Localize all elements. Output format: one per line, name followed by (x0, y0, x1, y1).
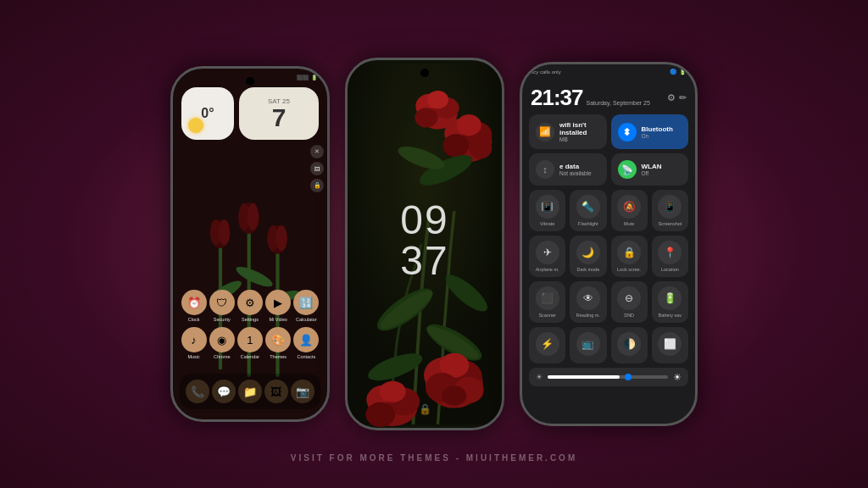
cc-night-icon: 🌓 (617, 332, 641, 356)
cc-airplane-tile[interactable]: ✈ Airplane m. (529, 236, 565, 277)
cc-battery-icon: 🔋 (658, 286, 682, 310)
cc-cast-tile[interactable]: 📺 (570, 327, 606, 363)
dock-phone[interactable]: 📞 (186, 380, 209, 403)
cc-vibrate-tile[interactable]: 📳 Vibrate (529, 190, 565, 231)
cc-flashlight-tile[interactable]: 🔦 Flashlight (570, 190, 606, 231)
cc-edit-icon[interactable]: ✏ (679, 92, 687, 103)
phone-3-screen: ncy calls only 🔵 🔋 21:37 Saturday, Septe… (522, 64, 695, 424)
weather-widget[interactable]: 0° (181, 87, 234, 140)
app-settings-label: Settings (242, 317, 259, 322)
cc-night-tile[interactable]: 🌓 (611, 327, 648, 363)
dock-camera[interactable]: 📷 (291, 380, 314, 403)
app-music[interactable]: ♪ Music (181, 327, 208, 359)
cc-lockscreen-label: Lock scree. (617, 267, 641, 272)
cc-wlan-icon: 📡 (618, 160, 637, 179)
app-settings[interactable]: ⚙ Settings (236, 290, 264, 322)
cc-small-icons-row1: 📳 Vibrate 🔦 Flashlight 🔕 Mute 📱 Screensh… (522, 190, 695, 231)
app-themes-icon: 🎨 (265, 327, 291, 352)
cc-location-tile[interactable]: 📍 Location (652, 236, 688, 277)
dock-gallery[interactable]: 🖼 (264, 380, 288, 403)
cc-mobile-title: e data (559, 163, 600, 170)
clock-number: 7 (272, 105, 287, 130)
cc-reading-icon: 👁 (576, 286, 600, 310)
app-calendar[interactable]: 1 Calendar (236, 327, 264, 359)
app-mivideo-icon: ▶ (265, 290, 291, 315)
phone-1-screen: ⬛⬛ 🔋 0° SAT 25 7 ✕ 🖼 🔒 (173, 69, 327, 419)
app-contacts-label: Contacts (297, 354, 315, 359)
lock-screen-time: 09 37 (400, 200, 448, 281)
brightness-thumb[interactable] (625, 374, 632, 380)
app-row-1: ⏰ Clock 🛡 Security ⚙ Settings ▶ Mi Video (180, 290, 320, 322)
cc-flashlight-icon: 🔦 (576, 195, 600, 219)
cc-wifi-sub: MB (559, 136, 600, 142)
cc-lockscreen-tile[interactable]: 🔒 Lock scree. (611, 236, 648, 277)
cc-darkmode-icon: 🌙 (576, 241, 600, 264)
cc-wifi-tile[interactable]: 📶 wifi isn't installed MB (529, 114, 607, 149)
cc-bt-sub: On (642, 133, 682, 139)
cc-dnd-tile[interactable]: ⊖ DND (611, 281, 648, 323)
app-chrome-label: Chrome (214, 354, 231, 359)
cc-screenshot-tile[interactable]: 📱 Screenshot (652, 190, 688, 231)
app-security-label: Security (214, 317, 231, 322)
cc-settings-icon[interactable]: ⚙ (667, 92, 676, 103)
cc-bolt-icon: ⚡ (536, 332, 559, 356)
edit-icon[interactable]: ✕ (310, 145, 324, 158)
cc-wlan-text: WLAN Off (642, 163, 682, 176)
cc-darkmode-label: Dark mode (576, 267, 599, 272)
cc-bluetooth-tile[interactable]: Bluetooth On (611, 114, 689, 149)
cc-vibrate-label: Vibrate (540, 221, 554, 226)
cc-screen-icon: ⬜ (658, 332, 682, 356)
widgets-area: 0° SAT 25 7 (181, 87, 319, 140)
cc-mobile-tile[interactable]: ↕ e data Not available (529, 153, 607, 186)
status-icons: 🔵 🔋 (670, 69, 687, 75)
cc-flashlight-label: Flashlight (578, 221, 598, 226)
app-music-label: Music (187, 354, 199, 359)
cc-bolt-tile[interactable]: ⚡ (529, 327, 565, 363)
cc-bluetooth-icon (618, 123, 637, 141)
app-security[interactable]: 🛡 Security (209, 290, 236, 322)
phone-2-screen: 09 37 🔒 (348, 60, 502, 428)
cc-screenshot-icon: 📱 (658, 195, 682, 219)
cc-mute-tile[interactable]: 🔕 Mute (611, 190, 648, 231)
app-contacts-icon: 👤 (293, 327, 319, 352)
app-calendar-label: Calendar (241, 354, 259, 359)
app-themes[interactable]: 🎨 Themes (264, 327, 292, 359)
clock-widget[interactable]: SAT 25 7 (239, 87, 319, 140)
phone-1: ⬛⬛ 🔋 0° SAT 25 7 ✕ 🖼 🔒 (170, 66, 330, 422)
cc-location-label: Location (661, 267, 679, 272)
status-bar-phone3: ncy calls only 🔵 🔋 (522, 64, 695, 80)
svg-point-39 (469, 137, 492, 158)
brightness-slider-row: ☀ ☀ (522, 368, 695, 386)
app-music-icon: ♪ (181, 327, 207, 352)
app-security-icon: 🛡 (209, 290, 235, 315)
svg-point-32 (380, 381, 406, 402)
cc-scanner-tile[interactable]: ⬛ Scanner (529, 281, 565, 323)
cc-airplane-icon: ✈ (536, 241, 559, 264)
svg-point-33 (365, 402, 395, 427)
cc-darkmode-tile[interactable]: 🌙 Dark mode (570, 236, 606, 277)
cc-location-icon: 📍 (658, 241, 682, 264)
cc-bt-title: Bluetooth (642, 125, 682, 133)
cc-reading-tile[interactable]: 👁 Reading m. (570, 281, 606, 323)
svg-point-38 (442, 134, 469, 157)
cc-scanner-label: Scanner (538, 313, 556, 318)
app-mivideo[interactable]: ▶ Mi Video (264, 290, 292, 322)
app-contacts[interactable]: 👤 Contacts (292, 327, 320, 359)
brightness-low-icon: ☀ (536, 373, 542, 381)
cc-screen-tile[interactable]: ⬜ (652, 327, 688, 363)
app-clock[interactable]: ⏰ Clock (181, 290, 208, 322)
cc-battery-tile[interactable]: 🔋 Battery sav (652, 281, 688, 323)
dock-messages[interactable]: 💬 (212, 380, 236, 403)
status-calls: ncy calls only (531, 69, 561, 75)
cc-tiles-row2: ↕ e data Not available 📡 WLAN Off (522, 153, 695, 186)
brightness-track (548, 375, 668, 379)
image-icon[interactable]: 🖼 (310, 162, 324, 175)
dock-files[interactable]: 📁 (238, 380, 262, 403)
app-calculator[interactable]: 🔢 Calculator (292, 290, 320, 322)
cc-wlan-tile[interactable]: 📡 WLAN Off (611, 153, 689, 186)
cc-wifi-title: wifi isn't installed (559, 121, 600, 136)
app-chrome[interactable]: ◉ Chrome (209, 327, 236, 359)
phone1-background: ⬛⬛ 🔋 0° SAT 25 7 ✕ 🖼 🔒 (173, 69, 327, 419)
camera-punch-hole-2 (420, 69, 429, 77)
brightness-slider[interactable]: ☀ ☀ (529, 368, 688, 386)
